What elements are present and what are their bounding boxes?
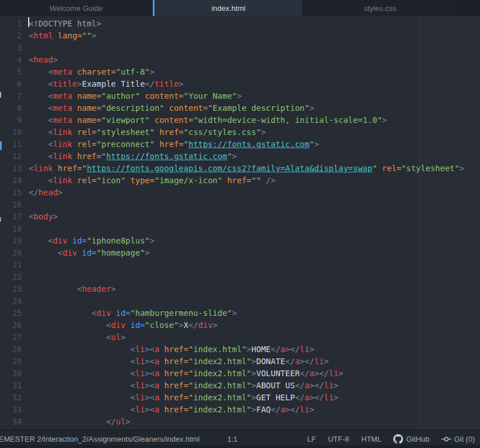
line-ending-indicator[interactable]: LF (307, 435, 316, 443)
token-text: Example Title (82, 79, 145, 88)
token-tag: li (135, 357, 145, 366)
line-number: 27 (0, 331, 22, 343)
code-line[interactable]: 31 <li><a href="index2.html">ABOUT US</a… (0, 380, 480, 392)
code-line[interactable]: 32 <li><a href="index2.html">GET HELP</a… (0, 392, 480, 404)
token-string: "homepage" (96, 248, 145, 257)
token-attr: content= (169, 103, 207, 113)
token-punct: > (212, 320, 217, 330)
code-line[interactable]: 7 <meta name="author" content="Your Name… (0, 90, 480, 102)
language-mode-indicator[interactable]: HTML (361, 435, 381, 443)
token-attr: lang= (58, 31, 82, 40)
tab-label: Welcome Guide (49, 4, 102, 13)
token-tag: meta (53, 103, 72, 113)
token-punct: > (246, 345, 251, 354)
code-line[interactable]: 24 (0, 295, 480, 307)
token-punct: > (314, 140, 319, 149)
token-tag: div (63, 248, 77, 257)
code-line[interactable]: 12 <link href="https://fonts.gstatic.com… (0, 150, 480, 163)
code-line[interactable]: 33 <li><a href="index2.html">FAQ</a></li… (0, 404, 480, 416)
token-tag: meta (53, 91, 72, 101)
token-punct: > (339, 369, 343, 378)
code-line[interactable]: 28 <li><a href="index.html">HOME</a></li… (0, 343, 480, 356)
code-line[interactable]: 4<head> (0, 54, 480, 66)
code-line[interactable]: 30 <li><a href="index2.html">VOLUNTEER</… (0, 368, 480, 380)
token-tag: li (324, 381, 334, 390)
token-tag: a (154, 405, 159, 414)
status-left: EMESTER 2/Interaction_2/Assignments/Glea… (0, 435, 238, 443)
token-string: "index2.html" (188, 381, 251, 390)
token-attr: href= (160, 128, 184, 137)
line-number: 2 (0, 30, 22, 42)
token-punct: >< (145, 381, 154, 390)
code-line[interactable]: 34 </ul> (0, 416, 480, 428)
code-line[interactable]: 11 <link rel="preconnect" href="https://… (0, 138, 480, 150)
tab-styles-css[interactable]: styles.css (303, 0, 458, 16)
code-line[interactable]: 6 <title>Example Title</title> (0, 78, 480, 90)
token-plain (160, 405, 164, 414)
token-text: X (184, 320, 188, 330)
code-line[interactable]: 25 <div id="hamburgermenu-slide"> (0, 307, 480, 319)
code-line[interactable]: 16 (0, 199, 480, 211)
token-punct: < (48, 128, 53, 137)
editor[interactable]: 1<!DOCTYPE html>2<html lang="">34<head>5… (0, 16, 480, 430)
code-line[interactable]: 14 <link rel="icon" type="image/x-icon" … (0, 175, 480, 187)
token-attr: content= (154, 115, 193, 125)
token-tag: div (111, 320, 125, 330)
token-attr: href= (164, 405, 188, 414)
code-line[interactable]: 2<html lang=""> (0, 30, 480, 42)
git-status[interactable]: Git (0) (442, 434, 475, 444)
code-text: <li><a href="index2.html">FAQ</a></li> (22, 404, 314, 416)
code-line[interactable]: 21 (0, 259, 480, 271)
token-punct: > (237, 91, 242, 101)
github-label: GitHub (406, 435, 429, 443)
token-tag: link (33, 164, 53, 173)
code-line[interactable]: 3 (0, 42, 480, 54)
token-text: FAQ (256, 405, 270, 414)
code-line[interactable]: 29 <li><a href="index2.html">DONATE</a><… (0, 356, 480, 368)
token-id: id= (130, 320, 145, 330)
code-line[interactable]: 8 <meta name="description" content="Exam… (0, 102, 480, 114)
token-string: " (184, 140, 188, 149)
token-tag: a (154, 345, 159, 354)
encoding-indicator[interactable]: UTF-8 (328, 435, 349, 443)
token-plain: <!DOCTYPE html> (29, 19, 101, 28)
github-status[interactable]: GitHub (393, 434, 429, 444)
code-line[interactable]: 13<link href="https://fonts.googleapis.c… (0, 163, 480, 175)
code-line[interactable]: 15</head> (0, 187, 480, 199)
code-line[interactable]: 1<!DOCTYPE html> (0, 18, 480, 30)
token-attr: href= (164, 393, 188, 402)
token-punct: > (251, 381, 256, 390)
token-attr: name= (77, 103, 101, 113)
token-plain (111, 308, 115, 318)
token-text: GET HELP (256, 393, 295, 402)
code-line[interactable]: 17<body> (0, 211, 480, 223)
token-punct: > (58, 188, 63, 197)
tab-welcome-guide[interactable]: Welcome Guide (0, 0, 153, 16)
token-tag: li (314, 357, 324, 366)
code-line[interactable]: 22 (0, 271, 480, 283)
code-text: <li><a href="index2.html">DONATE</a></li… (22, 356, 329, 368)
token-string: "stylesheet" (401, 164, 459, 173)
code-line[interactable]: 9 <meta name="viewport" content="width=d… (0, 114, 480, 126)
code-line[interactable]: 20 <div id="homepage"> (0, 247, 480, 259)
code-line[interactable]: 5 <meta charset="utf-8"> (0, 66, 480, 78)
code-line[interactable]: 19 <div id="iphone8plus"> (0, 235, 480, 247)
token-string: "iphone8plus" (87, 236, 150, 245)
code-line[interactable]: 23 <header> (0, 283, 480, 295)
line-number: 12 (0, 150, 22, 163)
code-line[interactable]: 10 <link rel="stylesheet" href="css/styl… (0, 126, 480, 138)
token-string: "stylesheet" (96, 128, 154, 137)
tab-index-html[interactable]: index.html (153, 0, 303, 16)
code-text: <ul> (22, 331, 126, 343)
token-string: "viewport" (101, 115, 149, 125)
token-tag: a (154, 393, 159, 402)
token-plain (154, 128, 159, 137)
token-punct: > (179, 79, 183, 88)
token-tag: body (33, 212, 53, 221)
code-line[interactable]: 18 (0, 223, 480, 235)
code-line[interactable]: 26 <div id="close">X</div> (0, 319, 480, 331)
code-line[interactable]: 27 <ul> (0, 331, 480, 343)
token-punct: < (48, 236, 53, 245)
line-number: 4 (0, 54, 22, 66)
line-number: 7 (0, 90, 22, 102)
